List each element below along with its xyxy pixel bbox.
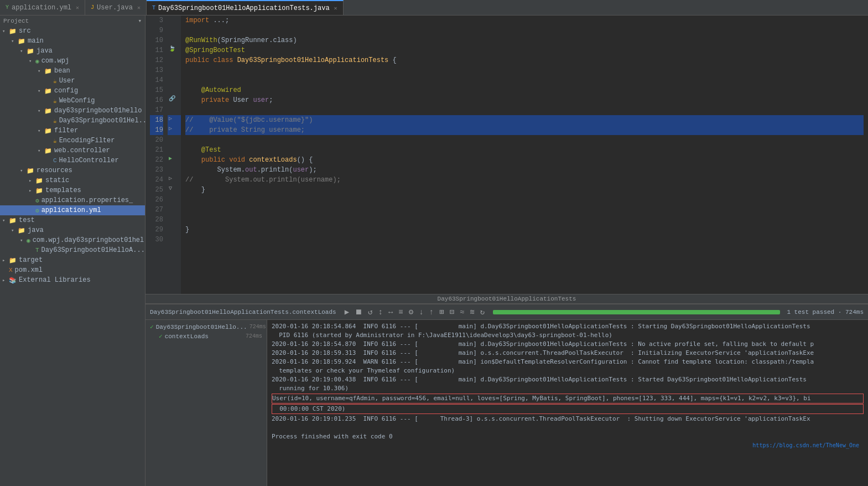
tab-test-java[interactable]: T Day63Springboot01HelloApplicationTests… (147, 0, 344, 15)
folder-icon-test: 📁 (9, 217, 17, 224)
sidebar-label-main: main (28, 37, 44, 45)
run-button[interactable]: ▶ (343, 306, 351, 318)
console-line-3: 2020-01-16 20:18:59.924 WARN 6116 --- [ … (272, 358, 864, 366)
tab-close-yml[interactable]: ✕ (76, 4, 79, 11)
sidebar-item-testpkg[interactable]: ▾ ◉ com.wpj.day63springboot01hel... (0, 235, 145, 245)
gutter-icons: 🍃 🔗 ▷ ▷ ▶ ▷ ▽ (168, 15, 181, 294)
sidebar-item-extlibs[interactable]: ▸ 📚 External Libraries (0, 275, 145, 285)
filter-button[interactable]: ≡ (397, 307, 404, 318)
test-tree-contextloads[interactable]: ✓ contextLoads 724ms (145, 332, 267, 341)
sidebar-item-encodingfilter[interactable]: ☕ EncodingFilter (0, 136, 145, 146)
sidebar-item-test[interactable]: ▾ 📁 test (0, 215, 145, 225)
sidebar-label-pomxml: pom.xml (15, 266, 43, 274)
folder-icon-config: 📁 (44, 87, 52, 95)
code-line-18: // @Value("${jdbc.username}") (185, 115, 864, 125)
arrow-test: ▾ (2, 218, 9, 224)
sidebar-item-webcontroller[interactable]: ▾ 📁 web.controller (0, 146, 145, 156)
blog-url[interactable]: https://blog.csdn.net/TheNew_One (272, 441, 864, 450)
refresh-button[interactable]: ↻ (479, 306, 486, 318)
console-line-5: 2020-01-16 20:19:00.438 INFO 6116 --- [ … (272, 375, 864, 384)
console-output[interactable]: 2020-01-16 20:18:54.864 INFO 6116 --- [ … (267, 320, 868, 486)
sidebar-item-day63[interactable]: ▾ 📁 day63springboot01hello (0, 106, 145, 116)
sidebar-item-config[interactable]: ▾ 📁 config (0, 86, 145, 96)
compare-button[interactable]: ≋ (468, 306, 476, 318)
sidebar-item-test-java[interactable]: ▾ 📁 java (0, 225, 145, 235)
settings-button[interactable]: ⚙ (407, 306, 415, 318)
sidebar-item-day63tests[interactable]: T Day63Springboot01HelloA... (0, 245, 145, 255)
sidebar-label-hellocontroller: HelloController (59, 157, 119, 164)
sidebar-item-src[interactable]: ▾ 📁 src (0, 26, 145, 36)
arrow-resources: ▾ (20, 168, 27, 174)
arrow-src: ▾ (2, 28, 9, 34)
stop-button[interactable]: ⏹ (353, 307, 364, 318)
code-content[interactable]: import ...; @RunWith(SpringRunner.class)… (181, 15, 868, 294)
test-tree: ✓ Day63Springboot01Hello... 724ms ✓ cont… (145, 320, 267, 486)
sidebar-header: Project ▾ (0, 15, 145, 26)
arrow-filter: ▾ (38, 128, 44, 134)
package-icon-testpkg: ◉ (27, 237, 30, 244)
tab-application-yml[interactable]: Y application.yml ✕ (0, 0, 85, 15)
folder-icon-java: 📁 (27, 48, 34, 55)
folder-icon-src: 📁 (9, 28, 17, 35)
code-line-20 (185, 135, 864, 145)
tab-user-java[interactable]: J User.java ✕ (85, 0, 147, 15)
sidebar-item-resources[interactable]: ▾ 📁 resources (0, 166, 145, 175)
test-status: 1 test passed · 724ms (787, 309, 864, 316)
scroll-up-button[interactable]: ↑ (428, 307, 435, 318)
sidebar-item-bean[interactable]: ▾ 📁 bean (0, 66, 145, 76)
extlibs-icon: 📚 (9, 277, 17, 284)
code-line-11: @SpringBootTest (185, 45, 864, 55)
sort-button[interactable]: ↕ (377, 307, 384, 318)
sidebar-label-target: target (19, 256, 43, 264)
sidebar-item-webconfig[interactable]: ☕ WebConfig (0, 96, 145, 106)
code-editor[interactable]: 3 9 10 11 12 13 14 15 16 17 18 19 20 21 … (145, 15, 868, 294)
console-line-user: User(id=10, username=qfAdmin, password=4… (272, 394, 864, 404)
sidebar-item-day63app[interactable]: ☕ Day63Springboot01Hel... (0, 116, 145, 126)
expand-button[interactable]: ↔ (387, 307, 394, 318)
config-icon-appproperties: ⚙ (35, 197, 39, 204)
grid-button[interactable]: ⊞ (438, 306, 445, 318)
pass-icon-contextloads: ✓ (159, 333, 163, 340)
sidebar-item-user[interactable]: ☕ User (0, 76, 145, 86)
progress-bar (493, 310, 780, 314)
code-line-12: public class Day63Springboot01HelloAppli… (185, 55, 864, 65)
sidebar-item-java[interactable]: ▾ 📁 java (0, 46, 145, 56)
code-line-26 (185, 195, 864, 205)
sidebar-item-comwpj[interactable]: ▾ ◉ com.wpj (0, 56, 145, 66)
scroll-down-button[interactable]: ↓ (417, 307, 425, 318)
test-panel-title: Day63Springboot01HelloApplicationTests.c… (150, 309, 336, 316)
code-line-25: } (185, 185, 864, 195)
test-tree-suite[interactable]: ✓ Day63Springboot01Hello... 724ms (145, 322, 267, 332)
sidebar-item-templates[interactable]: ▸ 📁 templates (0, 185, 145, 195)
rerun-button[interactable]: ↺ (366, 306, 374, 318)
diff-button[interactable]: ≈ (458, 307, 466, 318)
java-icon-day63app: ☕ (53, 117, 57, 125)
package-icon-comwpj: ◉ (35, 58, 39, 65)
sidebar-item-appproperties[interactable]: ⚙ application.properties_ (0, 195, 145, 205)
folder-icon-target: 📁 (9, 257, 17, 264)
sidebar-item-pomxml[interactable]: X pom.xml (0, 265, 145, 275)
code-line-29: } (185, 225, 864, 235)
bottom-panel: Day63Springboot01HelloApplicationTests.c… (145, 303, 868, 486)
tab-close-test[interactable]: ✕ (334, 5, 337, 12)
code-line-13 (185, 65, 864, 75)
folder-icon-static: 📁 (35, 177, 43, 184)
sidebar-item-target[interactable]: ▸ 📁 target (0, 255, 145, 265)
sidebar-item-hellocontroller[interactable]: C HelloController (0, 156, 145, 166)
code-line-17 (185, 105, 864, 115)
sidebar-item-appyml[interactable]: ⚙ application.yml (0, 205, 145, 215)
collapse-button[interactable]: ⊟ (448, 306, 455, 318)
arrow-java: ▾ (20, 48, 27, 54)
sidebar-item-static[interactable]: ▸ 📁 static (0, 175, 145, 185)
folder-icon-bean: 📁 (44, 68, 52, 75)
sidebar-label-config: config (54, 87, 78, 95)
code-line-9 (185, 25, 864, 35)
tab-close-user[interactable]: ✕ (137, 4, 141, 11)
sidebar-item-filter[interactable]: ▾ 📁 filter (0, 126, 145, 136)
java-icon-hellocontroller: C (53, 157, 57, 164)
test-java-icon: T (35, 247, 39, 254)
main-area: Project ▾ ▾ 📁 src ▾ 📁 main ▾ 📁 java ▾ ◉ … (0, 15, 868, 486)
editor-area: 3 9 10 11 12 13 14 15 16 17 18 19 20 21 … (145, 15, 868, 486)
sidebar-item-main[interactable]: ▾ 📁 main (0, 36, 145, 46)
arrow-comwpj: ▾ (29, 58, 35, 64)
